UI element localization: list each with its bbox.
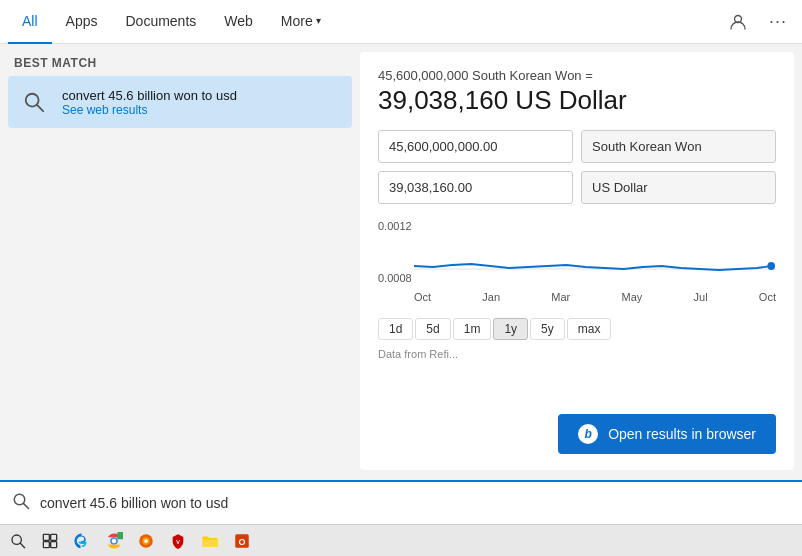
open-results-button[interactable]: b Open results in browser <box>558 414 776 454</box>
search-input[interactable] <box>40 495 790 511</box>
conversion-header: 45,600,000,000 South Korean Won = <box>378 68 776 83</box>
time-btn-1y[interactable]: 1y <box>493 318 528 340</box>
chart-x-mar: Mar <box>551 291 570 303</box>
search-result-icon <box>18 86 50 118</box>
open-results-label: Open results in browser <box>608 426 756 442</box>
chart-x-jan: Jan <box>482 291 500 303</box>
data-source: Data from Refi... <box>378 348 776 360</box>
time-range-controls: 1d5d1m1y5ymax <box>378 318 776 340</box>
tab-documents[interactable]: Documents <box>111 0 210 44</box>
search-result-text: convert 45.6 billion won to usd See web … <box>62 88 342 117</box>
svg-rect-10 <box>51 534 57 540</box>
from-amount-input[interactable]: 45,600,000,000.00 <box>378 130 573 163</box>
see-web-results-link[interactable]: See web results <box>62 103 342 117</box>
svg-line-6 <box>24 504 29 509</box>
tab-more[interactable]: More ▾ <box>267 0 335 44</box>
bing-icon: b <box>578 424 598 444</box>
time-btn-1m[interactable]: 1m <box>453 318 492 340</box>
chart-y-top-label: 0.0012 <box>378 220 776 232</box>
chart-x-may: May <box>622 291 643 303</box>
time-btn-5y[interactable]: 5y <box>530 318 565 340</box>
chart-y-mid-label: 0.0008 <box>378 272 412 284</box>
to-amount-input[interactable]: 39,038,160.00 <box>378 171 573 204</box>
top-nav: All Apps Documents Web More ▾ ··· <box>0 0 802 44</box>
taskbar-chrome-icon[interactable] <box>100 527 128 555</box>
to-currency-label[interactable]: US Dollar <box>581 171 776 204</box>
svg-line-2 <box>37 105 43 111</box>
taskbar-firefox-icon[interactable] <box>132 527 160 555</box>
svg-line-8 <box>20 543 24 547</box>
from-currency-label[interactable]: South Korean Won <box>581 130 776 163</box>
search-bar-container <box>0 480 802 524</box>
tab-apps[interactable]: Apps <box>52 0 112 44</box>
svg-point-14 <box>112 538 117 543</box>
search-bar-icon <box>12 492 30 514</box>
time-btn-5d[interactable]: 5d <box>415 318 450 340</box>
taskbar: V O <box>0 524 802 556</box>
chart-x-jul: Jul <box>694 291 708 303</box>
taskbar-folder-icon[interactable] <box>196 527 224 555</box>
search-result-title: convert 45.6 billion won to usd <box>62 88 342 103</box>
nav-right: ··· <box>722 6 794 38</box>
left-panel: Best match convert 45.6 billion won to u… <box>0 44 360 470</box>
search-result-item[interactable]: convert 45.6 billion won to usd See web … <box>8 76 352 128</box>
taskbar-search-icon[interactable] <box>4 527 32 555</box>
taskbar-edge-icon[interactable] <box>68 527 96 555</box>
svg-rect-11 <box>43 541 49 547</box>
main-content: Best match convert 45.6 billion won to u… <box>0 44 802 470</box>
conversion-result: 39,038,160 US Dollar <box>378 85 776 116</box>
best-match-label: Best match <box>8 56 352 76</box>
chart-x-oct-start: Oct <box>414 291 431 303</box>
svg-text:O: O <box>238 536 245 546</box>
time-btn-1d[interactable]: 1d <box>378 318 413 340</box>
svg-rect-12 <box>51 541 57 547</box>
taskbar-vpn-icon[interactable]: V <box>164 527 192 555</box>
chevron-down-icon: ▾ <box>316 15 321 26</box>
exchange-rate-chart: 0.0012 0.0008 Oct Jan Mar May Jul Oct <box>378 220 776 310</box>
svg-text:V: V <box>176 538 180 544</box>
right-panel: 45,600,000,000 South Korean Won = 39,038… <box>360 52 794 470</box>
conversion-inputs: 45,600,000,000.00 South Korean Won 39,03… <box>378 130 776 204</box>
tab-all[interactable]: All <box>8 0 52 44</box>
time-btn-max[interactable]: max <box>567 318 612 340</box>
tab-web[interactable]: Web <box>210 0 267 44</box>
chart-x-oct-end: Oct <box>759 291 776 303</box>
more-options-icon[interactable]: ··· <box>762 6 794 38</box>
svg-point-17 <box>144 539 148 543</box>
svg-rect-9 <box>43 534 49 540</box>
account-icon[interactable] <box>722 6 754 38</box>
taskbar-taskview-icon[interactable] <box>36 527 64 555</box>
svg-point-4 <box>767 262 775 270</box>
taskbar-office-icon[interactable]: O <box>228 527 256 555</box>
chart-x-labels: Oct Jan Mar May Jul Oct <box>378 291 776 303</box>
